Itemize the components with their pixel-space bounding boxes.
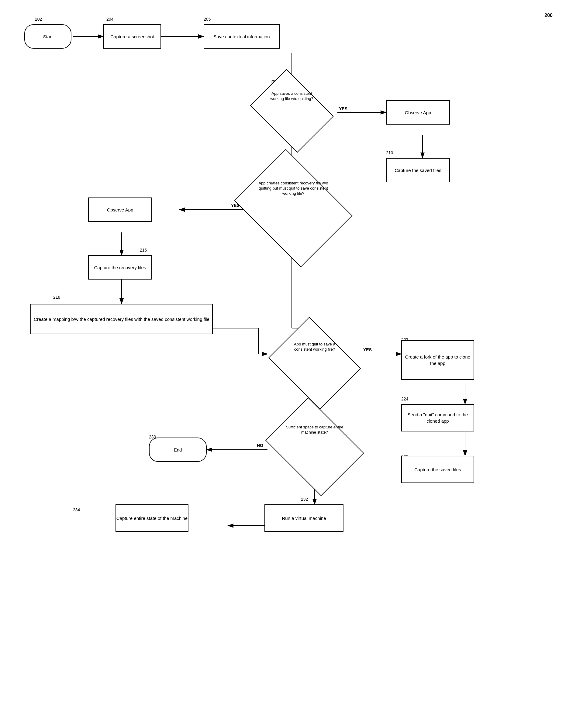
num-210: 210 — [386, 150, 393, 155]
node-222-label: Create a fork of the app to clone the ap… — [402, 354, 474, 366]
yes-label-220: YES — [363, 347, 372, 352]
start-label: Start — [43, 33, 53, 40]
num-232: 232 — [301, 497, 308, 502]
num-218: 218 — [53, 295, 60, 300]
node-210-label: Capture the saved files — [395, 167, 441, 174]
num-234: 234 — [73, 508, 80, 512]
node-224-label: Send a "quit" command to the cloned app — [402, 411, 474, 424]
node-216: Capture the recovery files — [88, 255, 152, 280]
node-226-label: Capture the saved files — [414, 466, 461, 473]
node-204-label: Capture a screenshot — [110, 33, 154, 40]
node-216-label: Capture the recovery files — [94, 264, 146, 271]
node-218: Create a mapping b/w the captured recove… — [30, 304, 213, 334]
node-205: Save contextual information — [204, 24, 280, 49]
node-208: Observe App — [386, 100, 450, 125]
yes-label-206: YES — [339, 106, 348, 111]
num-204: 204 — [106, 17, 113, 22]
end-label: End — [174, 447, 182, 453]
node-222: Create a fork of the app to clone the ap… — [401, 340, 474, 380]
fig-number: 200 — [544, 13, 553, 18]
node-226: Capture the saved files — [401, 456, 474, 483]
node-218-label: Create a mapping b/w the captured recove… — [34, 316, 209, 322]
node-212: App creates consistent recovery file w/o… — [234, 167, 353, 249]
node-214-label: Observe App — [107, 207, 133, 213]
num-216: 216 — [140, 248, 147, 253]
node-220: App must quit to save a consistent worki… — [268, 331, 362, 395]
node-232-label: Run a virtual machine — [282, 515, 326, 521]
num-205: 205 — [204, 17, 211, 22]
node-205-label: Save contextual information — [213, 33, 270, 40]
num-202: 202 — [35, 17, 42, 22]
start-node: Start — [24, 24, 71, 49]
node-232: Run a virtual machine — [264, 504, 344, 532]
diagram-container: 200 — [0, 0, 583, 728]
node-224: Send a "quit" command to the cloned app — [401, 404, 474, 432]
node-206: App saves a consistent working file w/o … — [246, 82, 337, 140]
node-214: Observe App — [88, 198, 152, 222]
node-204: Capture a screenshot — [103, 24, 161, 49]
num-224: 224 — [401, 396, 408, 401]
node-208-label: Observe App — [405, 109, 431, 116]
node-234-label: Capture entire state of the machine — [117, 515, 187, 521]
node-228: Sufficient space to capture entire machi… — [264, 413, 365, 480]
end-node: End — [149, 438, 207, 462]
node-210: Capture the saved files — [386, 158, 450, 182]
no-label-228: NO — [257, 443, 263, 448]
node-234: Capture entire state of the machine — [116, 504, 188, 532]
